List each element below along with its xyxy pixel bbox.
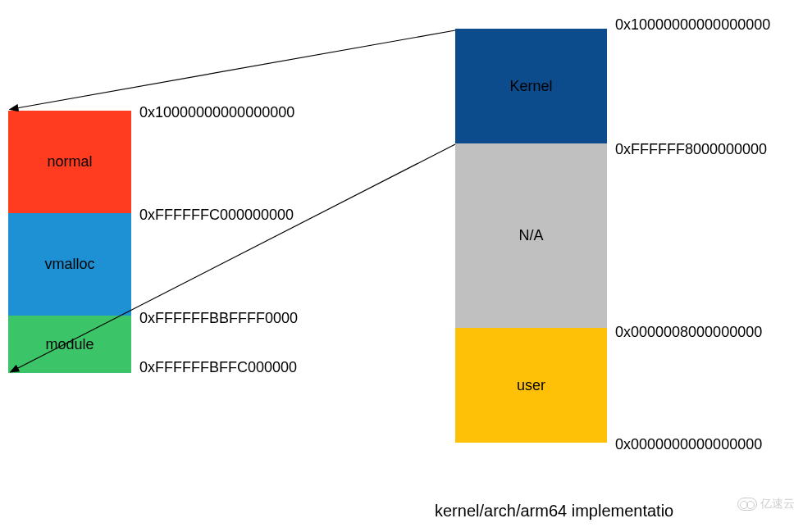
- right-addr-3: 0x0000000000000000: [615, 436, 762, 453]
- module-block: module: [8, 316, 131, 373]
- normal-label: normal: [47, 153, 92, 171]
- left-addr-3: 0xFFFFFFBFFC000000: [139, 359, 297, 376]
- kernel-block: Kernel: [455, 29, 607, 143]
- right-addr-2: 0x0000008000000000: [615, 324, 762, 341]
- normal-block: normal: [8, 111, 131, 213]
- watermark: 亿速云: [737, 497, 795, 512]
- vmalloc-label: vmalloc: [44, 256, 94, 273]
- user-label: user: [517, 377, 545, 394]
- arrow-top: [16, 30, 455, 108]
- module-label: module: [45, 336, 94, 353]
- vmalloc-block: vmalloc: [8, 213, 131, 316]
- watermark-icon: [737, 498, 757, 511]
- na-block: N/A: [455, 143, 607, 328]
- user-block: user: [455, 328, 607, 443]
- left-addr-1: 0xFFFFFFC000000000: [139, 207, 294, 224]
- left-addr-2: 0xFFFFFFBBFFFF0000: [139, 310, 298, 327]
- na-label: N/A: [518, 227, 543, 244]
- watermark-text: 亿速云: [760, 497, 795, 512]
- right-addr-1: 0xFFFFFF8000000000: [615, 141, 767, 158]
- kernel-label: Kernel: [509, 78, 552, 95]
- right-addr-0: 0x10000000000000000: [615, 16, 770, 34]
- left-addr-0: 0x10000000000000000: [139, 104, 294, 121]
- diagram-caption: kernel/arch/arm64 implementatio: [435, 502, 673, 521]
